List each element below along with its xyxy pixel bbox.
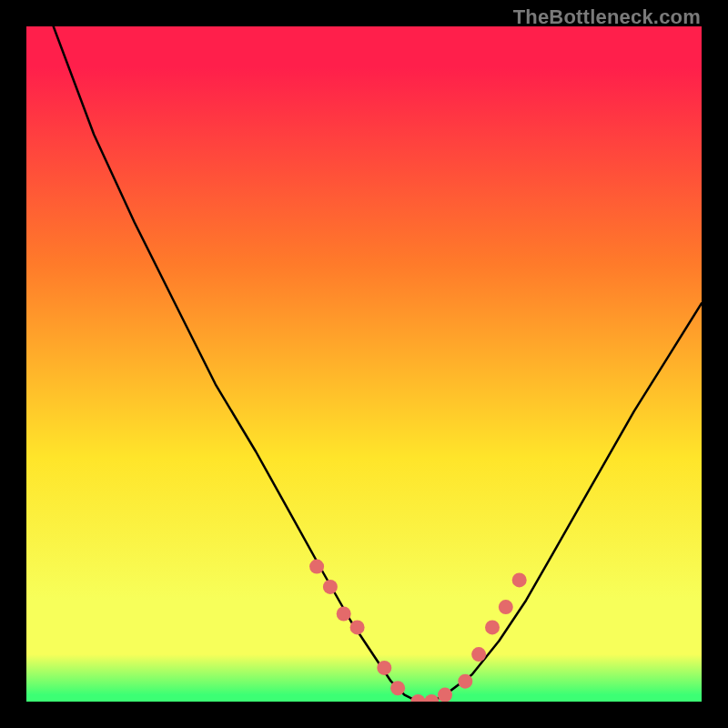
highlight-marker <box>424 694 439 702</box>
highlight-marker <box>337 607 351 622</box>
highlight-marker <box>309 560 324 574</box>
highlight-marker <box>471 647 486 662</box>
highlight-marker <box>350 620 365 634</box>
bottleneck-curve <box>26 26 702 702</box>
highlight-marker <box>438 688 452 702</box>
plot-area <box>26 26 702 702</box>
highlight-marker <box>458 674 472 689</box>
highlight-marker <box>377 661 391 675</box>
highlight-marker <box>323 580 338 594</box>
highlight-marker <box>390 681 405 695</box>
highlight-marker <box>410 694 425 702</box>
highlight-marker <box>485 620 500 634</box>
curve-layer <box>26 26 702 702</box>
highlight-marker <box>499 600 513 614</box>
chart-stage: TheBottleneck.com <box>0 0 728 728</box>
watermark-text: TheBottleneck.com <box>513 5 701 29</box>
highlight-marker <box>512 572 527 587</box>
